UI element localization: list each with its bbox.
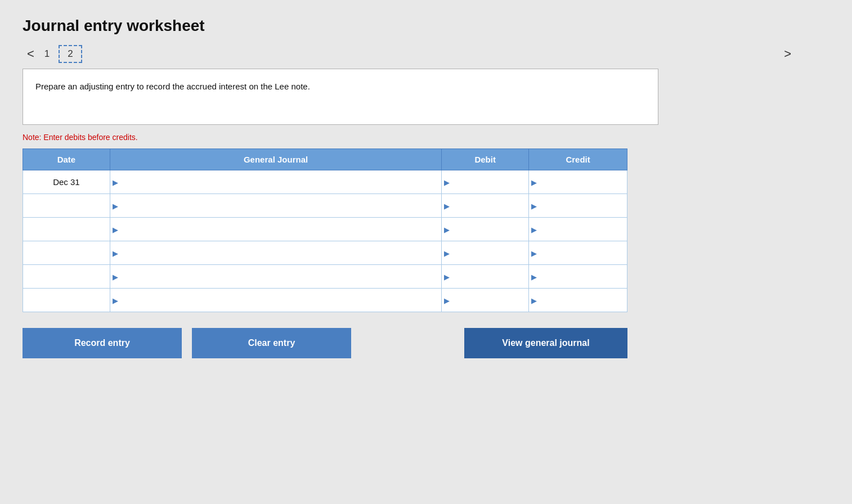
general-journal-cell-5[interactable]: ▶ [110, 289, 441, 312]
journal-table: Date General Journal Debit Credit Dec 31… [23, 148, 627, 312]
table-row: ▶▶▶ [23, 265, 627, 289]
debit-input-1[interactable] [442, 194, 528, 217]
debit-cell-5[interactable]: ▶ [442, 289, 529, 312]
date-cell-1 [23, 194, 110, 218]
credit-cell-5[interactable]: ▶ [529, 289, 627, 312]
cell-arrow-general-2: ▶ [113, 225, 118, 233]
page-num-2-selected[interactable]: 2 [59, 45, 82, 63]
table-row: ▶▶▶ [23, 218, 627, 241]
table-row: ▶▶▶ [23, 289, 627, 312]
general-journal-cell-2[interactable]: ▶ [110, 218, 441, 241]
table-row: ▶▶▶ [23, 241, 627, 265]
date-value-1 [23, 194, 110, 217]
cell-arrow-general-5: ▶ [113, 296, 118, 304]
general-journal-cell-3[interactable]: ▶ [110, 241, 441, 265]
general-journal-input-0[interactable] [110, 170, 441, 194]
date-value-0: Dec 31 [23, 170, 110, 194]
credit-input-2[interactable] [529, 218, 627, 241]
col-header-date: Date [23, 149, 110, 170]
credit-input-1[interactable] [529, 194, 627, 217]
date-value-3 [23, 241, 110, 264]
cell-arrow-credit-3: ▶ [531, 249, 537, 257]
col-header-general-journal: General Journal [110, 149, 441, 170]
table-header-row: Date General Journal Debit Credit [23, 149, 627, 170]
table-row: Dec 31▶▶▶ [23, 170, 627, 194]
debit-input-2[interactable] [442, 218, 528, 241]
cell-arrow-general-1: ▶ [113, 201, 118, 210]
cell-arrow-general-4: ▶ [113, 272, 118, 281]
prev-arrow[interactable]: < [23, 46, 39, 62]
debit-cell-3[interactable]: ▶ [442, 241, 529, 265]
cell-arrow-credit-2: ▶ [531, 225, 537, 233]
cell-arrow-debit-1: ▶ [444, 201, 450, 210]
general-journal-cell-1[interactable]: ▶ [110, 194, 441, 218]
next-arrow[interactable]: > [779, 46, 796, 62]
credit-cell-3[interactable]: ▶ [529, 241, 627, 265]
col-header-debit: Debit [442, 149, 529, 170]
cell-arrow-general-0: ▶ [113, 178, 118, 186]
col-header-credit: Credit [529, 149, 627, 170]
general-journal-cell-4[interactable]: ▶ [110, 265, 441, 289]
cell-arrow-debit-5: ▶ [444, 296, 450, 304]
instruction-box: Prepare an adjusting entry to record the… [23, 69, 658, 125]
debit-input-4[interactable] [442, 265, 528, 288]
cell-arrow-debit-0: ▶ [444, 178, 450, 186]
date-value-5 [23, 289, 110, 312]
credit-input-5[interactable] [529, 289, 627, 312]
credit-cell-4[interactable]: ▶ [529, 265, 627, 289]
general-journal-input-5[interactable] [110, 289, 441, 312]
credit-cell-0[interactable]: ▶ [529, 170, 627, 194]
credit-input-0[interactable] [529, 170, 627, 194]
cell-arrow-general-3: ▶ [113, 249, 118, 257]
cell-arrow-credit-1: ▶ [531, 201, 537, 210]
page-title: Journal entry worksheet [23, 17, 829, 35]
general-journal-input-3[interactable] [110, 241, 441, 264]
cell-arrow-debit-2: ▶ [444, 225, 450, 233]
date-cell-3 [23, 241, 110, 265]
cell-arrow-credit-5: ▶ [531, 296, 537, 304]
credit-cell-1[interactable]: ▶ [529, 194, 627, 218]
cell-arrow-credit-0: ▶ [531, 178, 537, 186]
view-general-journal-button[interactable]: View general journal [464, 328, 627, 358]
cell-arrow-credit-4: ▶ [531, 272, 537, 281]
general-journal-cell-0[interactable]: ▶ [110, 170, 441, 194]
debit-input-5[interactable] [442, 289, 528, 312]
date-value-4 [23, 265, 110, 288]
record-entry-button[interactable]: Record entry [23, 328, 182, 358]
page-num-1[interactable]: 1 [44, 48, 50, 60]
debit-cell-2[interactable]: ▶ [442, 218, 529, 241]
debit-cell-4[interactable]: ▶ [442, 265, 529, 289]
credit-cell-2[interactable]: ▶ [529, 218, 627, 241]
cell-arrow-debit-3: ▶ [444, 249, 450, 257]
clear-entry-button[interactable]: Clear entry [192, 328, 351, 358]
debit-input-0[interactable] [442, 170, 528, 194]
debit-cell-1[interactable]: ▶ [442, 194, 529, 218]
general-journal-input-1[interactable] [110, 194, 441, 217]
date-value-2 [23, 218, 110, 241]
table-row: ▶▶▶ [23, 194, 627, 218]
buttons-row: Record entry Clear entry View general jo… [23, 328, 627, 358]
date-cell-5 [23, 289, 110, 312]
general-journal-input-4[interactable] [110, 265, 441, 288]
cell-arrow-debit-4: ▶ [444, 272, 450, 281]
credit-input-3[interactable] [529, 241, 627, 264]
date-cell-4 [23, 265, 110, 289]
date-cell-2 [23, 218, 110, 241]
nav-row: < 1 2 > [23, 45, 829, 63]
general-journal-input-2[interactable] [110, 218, 441, 241]
debit-input-3[interactable] [442, 241, 528, 264]
date-cell-0: Dec 31 [23, 170, 110, 194]
note-text: Note: Enter debits before credits. [23, 133, 829, 142]
credit-input-4[interactable] [529, 265, 627, 288]
debit-cell-0[interactable]: ▶ [442, 170, 529, 194]
